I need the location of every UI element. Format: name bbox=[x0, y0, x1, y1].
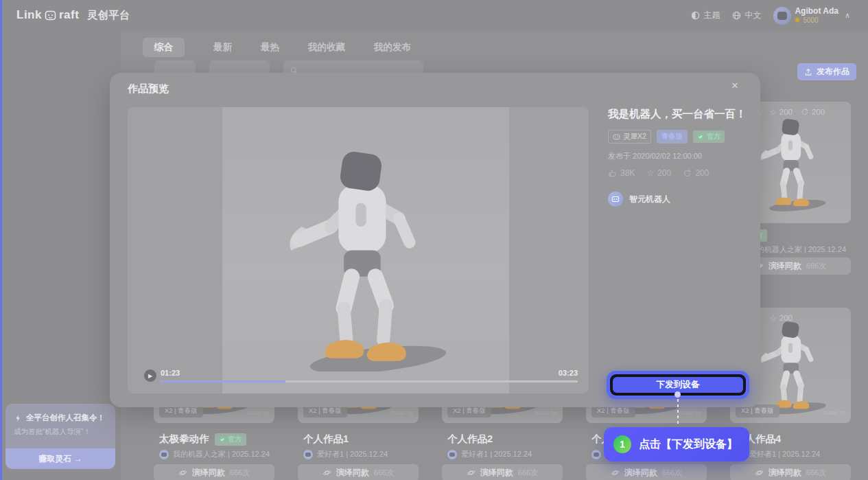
author-mini-avatar bbox=[159, 450, 169, 459]
close-icon[interactable]: × bbox=[731, 80, 738, 91]
tour-tooltip-text: 点击【下发到设备】 bbox=[639, 437, 738, 452]
progress-bar[interactable] bbox=[161, 380, 578, 382]
coin-count: 5000 bbox=[803, 16, 818, 25]
made-by-watermark: made by bbox=[246, 409, 269, 416]
star-count: 200 bbox=[779, 108, 793, 116]
promo-title: 全平台创作人召集令！ bbox=[26, 413, 105, 423]
total-duration: 03:23 bbox=[559, 369, 578, 377]
current-time: 01:23 bbox=[161, 369, 180, 377]
star-stat: ☆200 bbox=[769, 107, 793, 117]
author-avatar bbox=[608, 192, 623, 207]
work-tags: 灵犀X2 青春版 官方 bbox=[608, 130, 755, 144]
card-author: 我的机器人之家 | 2025.12.24 bbox=[159, 449, 270, 459]
tab-newest[interactable]: 最新 bbox=[213, 38, 232, 57]
tab-hottest[interactable]: 最热 bbox=[261, 38, 279, 57]
official-badge: 官方 bbox=[215, 433, 246, 446]
theme-icon bbox=[691, 11, 700, 20]
remix-label: 演绎同款 bbox=[480, 467, 513, 479]
remix-planet-icon bbox=[322, 468, 331, 477]
logo-text-suffix: raft bbox=[59, 8, 79, 22]
remix-count: 666次 bbox=[806, 468, 826, 478]
made-by-watermark: made by bbox=[679, 409, 701, 416]
official-check-icon bbox=[219, 436, 226, 443]
card-title-row: 个人作品1 bbox=[303, 433, 349, 446]
globe-icon bbox=[732, 11, 741, 20]
preview-modal: 作品预览 × ▶ 01:23 03:23 我是机器人，买一台省一百！ 灵犀X2 … bbox=[110, 73, 760, 407]
author-mini-avatar bbox=[591, 450, 601, 459]
logo-face-icon bbox=[45, 10, 56, 21]
remix-button[interactable]: 演绎同款 666次 bbox=[586, 464, 707, 480]
video-player: ▶ 01:23 03:23 bbox=[128, 107, 589, 393]
app-logo: Link raft 灵创平台 bbox=[16, 8, 130, 22]
card-author-text: 我的机器人之家 | 2025.12.24 bbox=[173, 449, 270, 459]
official-tag-label: 官方 bbox=[707, 132, 720, 141]
card-title: 太极拳动作 bbox=[159, 433, 209, 446]
publish-date: 发布于 2020/02/02 12:00:00 bbox=[608, 151, 755, 161]
user-menu[interactable]: Agibot Ada 5000 ∧ bbox=[773, 7, 850, 25]
tab-my-posts[interactable]: 我的发布 bbox=[374, 38, 411, 57]
like-stat[interactable]: 38K bbox=[608, 168, 635, 178]
header-right: 主题 中文 Agibot Ada 5000 ∧ bbox=[691, 0, 850, 31]
remix-planet-icon bbox=[467, 468, 476, 477]
promo-title-row: 全平台创作人召集令！ bbox=[5, 404, 115, 423]
model-tag: 灵犀X2 bbox=[608, 130, 651, 144]
theme-toggle[interactable]: 主题 bbox=[691, 10, 720, 21]
like-count: 38K bbox=[620, 168, 635, 178]
tab-my-favorites[interactable]: 我的收藏 bbox=[308, 38, 345, 57]
share-count: 200 bbox=[812, 108, 825, 116]
star-count: 200 bbox=[779, 314, 793, 322]
share-stat[interactable]: 200 bbox=[683, 168, 709, 178]
deploy-to-device-button[interactable]: 下发到设备 bbox=[613, 377, 743, 393]
user-coins: 5000 bbox=[795, 16, 838, 25]
work-author[interactable]: 智元机器人 bbox=[608, 192, 755, 207]
star-icon: ☆ bbox=[769, 313, 776, 323]
remix-count: 666次 bbox=[806, 261, 826, 271]
publish-work-button[interactable]: 发布作品 bbox=[797, 63, 856, 80]
remix-button[interactable]: 演绎同款 666次 bbox=[730, 464, 851, 480]
tour-connector-line bbox=[677, 399, 679, 426]
play-button[interactable]: ▶ bbox=[144, 369, 156, 382]
tab-comprehensive[interactable]: 综合 bbox=[143, 38, 185, 57]
remix-button[interactable]: 演绎同款 666次 bbox=[442, 464, 563, 480]
remix-label: 演绎同款 bbox=[769, 467, 801, 479]
remix-label: 演绎同款 bbox=[769, 260, 801, 272]
work-title: 我是机器人，买一台省一百！ bbox=[608, 107, 755, 122]
language-switcher[interactable]: 中文 bbox=[732, 10, 761, 21]
card-author: 爱好者1 | 2025.12.24 bbox=[447, 449, 532, 459]
author-mini-avatar bbox=[447, 450, 457, 459]
star-count: 200 bbox=[657, 168, 671, 178]
publish-work-label: 发布作品 bbox=[817, 66, 849, 78]
model-tag-label: 灵犀X2 bbox=[623, 132, 646, 141]
star-stat[interactable]: ☆200 bbox=[646, 168, 671, 178]
remix-button[interactable]: 演绎同款 666次 bbox=[298, 464, 419, 480]
user-avatar bbox=[773, 7, 791, 25]
card-author: 爱好者1 | 2025.12.24 bbox=[303, 449, 388, 459]
star-icon: ☆ bbox=[769, 107, 776, 117]
share-stat: 200 bbox=[801, 108, 825, 116]
remix-planet-icon bbox=[178, 468, 187, 477]
remix-button[interactable]: 演绎同款 666次 bbox=[154, 464, 274, 480]
remix-planet-icon bbox=[611, 468, 620, 477]
card-author-text: 爱好者1 | 2025.12.24 bbox=[317, 449, 388, 459]
edition-tag: 青春版 bbox=[657, 130, 688, 144]
remix-label: 演绎同款 bbox=[336, 467, 369, 479]
logo-text-prefix: Link bbox=[16, 8, 42, 22]
official-check-icon bbox=[697, 133, 704, 140]
platform-name: 灵创平台 bbox=[87, 9, 130, 22]
remix-count: 666次 bbox=[518, 468, 538, 478]
remix-count: 666次 bbox=[662, 468, 682, 478]
share-count: 200 bbox=[695, 168, 709, 178]
card-author-text: 爱好者1 | 2025.12.24 bbox=[749, 449, 820, 459]
share-icon bbox=[683, 169, 692, 178]
remix-label: 演绎同款 bbox=[624, 467, 657, 479]
remix-count: 666次 bbox=[374, 468, 394, 478]
official-tag: 官方 bbox=[693, 130, 725, 143]
remix-label: 演绎同款 bbox=[192, 467, 225, 479]
earn-gems-button[interactable]: 赚取灵石 → bbox=[5, 448, 115, 469]
robot-head-icon bbox=[613, 133, 620, 141]
tour-tooltip: 1 点击【下发到设备】 bbox=[604, 427, 749, 461]
made-by-watermark: made by bbox=[823, 409, 845, 416]
language-label: 中文 bbox=[744, 10, 761, 21]
creator-promo-card: 全平台创作人召集令！ 成为首批“机器人导演”！ 赚取灵石 → bbox=[5, 404, 115, 469]
theme-label: 主题 bbox=[703, 10, 720, 21]
